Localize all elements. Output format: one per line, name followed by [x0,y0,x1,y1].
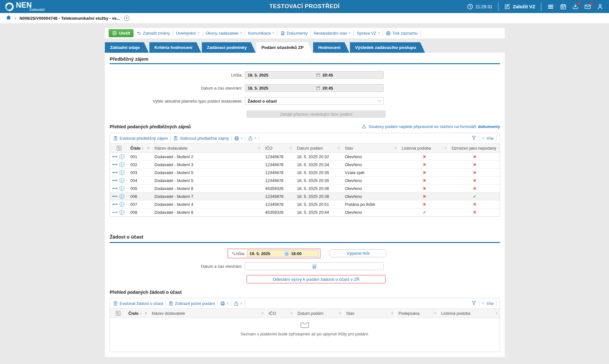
row-menu-icon[interactable] [113,164,117,165]
export-list-button[interactable]: ▽ [234,301,242,306]
download-preliminary-button[interactable]: Stáhnout předběžné zájmy [173,136,229,141]
info-icon[interactable]: i [120,194,124,199]
info-icon[interactable]: i [120,162,124,167]
messages-icon[interactable] [584,3,591,10]
row-menu-icon[interactable] [113,204,117,205]
filter-caret-icon[interactable]: ▽ [337,147,340,150]
contracting-tasks-menu[interactable]: Úkony zadavatele▽ [206,31,242,36]
table-row[interactable]: i 004 Dodavatel - školení 5 12345678 18.… [110,177,500,185]
show-submission-count-button[interactable]: Zobrazit počet podání [168,301,215,306]
column-header-dodavatel[interactable]: Název dodavatele ▽ [149,309,266,318]
register-preliminary-button[interactable]: Evidovat předběžný zájem [113,136,168,141]
menu-icon[interactable] [547,3,554,10]
filter-caret-icon[interactable]: ▽ [390,312,393,315]
info-icon[interactable]: i [120,202,124,207]
table-row[interactable]: i 003 Dodavatel - školení 5 12345678 18.… [110,169,500,177]
tab[interactable]: Hodnocení [313,42,349,53]
table-row[interactable]: i 008 Dodavatel - školení 6 45359326 18.… [110,208,500,216]
info-icon[interactable]: i [120,170,124,175]
breadcrumb-title[interactable]: N006/25/V00004748 - Telekomunikační služ… [19,16,120,21]
show-all-filter[interactable]: Vše [487,301,494,306]
column-header-stav[interactable]: Stav ▽ [342,144,399,152]
info-icon[interactable]: i [120,154,124,159]
tab[interactable]: Základní údaje [105,42,149,53]
close-tab-icon[interactable]: ✕ [124,16,129,21]
column-settings-header[interactable] [110,144,128,152]
info-icon[interactable]: i [120,210,124,215]
show-all-filter[interactable]: Vše [487,136,494,141]
column-header-podepsana[interactable]: Podepsána ▽ [396,309,439,318]
register-participation-button[interactable]: Evidovat žádost o účast [113,301,163,306]
info-icon[interactable]: i [120,178,124,183]
print-record-button[interactable]: Tisk záznamu [386,31,418,36]
submission-files-link[interactable]: Soubory podání najdete připravené ke sta… [361,124,500,129]
column-header-listinna[interactable]: Listinná podoba ▽ [439,309,500,318]
column-header-dodavatel[interactable]: Název dodavatele ▽ [152,144,263,152]
nen-logo[interactable]: NEN Zadavatel [5,2,44,11]
filter-caret-icon[interactable]: ▽ [257,147,260,150]
user-icon[interactable] [597,3,603,10]
row-menu-icon[interactable] [113,180,117,181]
print-list-button[interactable]: ▽ [220,301,229,306]
nonstandard-state-menu[interactable]: Nestandardní stav▽ [314,31,351,36]
row-menu-icon[interactable] [113,212,117,213]
discard-changes-button[interactable]: Zahodit změny [136,31,170,36]
export-list-button[interactable]: ▽ [248,136,256,141]
filter-caret-icon[interactable]: ▽ [443,147,447,150]
print-list-button[interactable]: ▽ [234,136,243,141]
filter-icon[interactable] [471,135,476,141]
column-header-cislo[interactable]: Číslo ↑ ▽ [128,144,152,152]
column-header-cislo[interactable]: Číslo ↑ ▽ [126,309,149,318]
column-header-stav[interactable]: Stav ▽ [344,309,396,318]
column-header-ico[interactable]: IČO ▽ [263,144,294,152]
table-row[interactable]: i 006 Dodavatel - školení 7 12345678 18.… [110,192,500,200]
submission-type-select[interactable]: Žádost o účast [245,97,384,105]
filter-caret-icon[interactable]: ▽ [393,147,397,150]
filter-caret-icon[interactable]: ▽ [495,312,498,315]
table-row[interactable]: i 007 Dodavatel - školení 4 12345678 18.… [110,200,500,208]
row-menu-icon[interactable] [113,156,117,157]
calc-deadlines-button[interactable]: Výpočet lhůt [329,249,387,257]
tab[interactable]: Podání účastníků ZP [256,42,312,53]
filter-icon[interactable] [471,300,476,307]
column-header-datum[interactable]: Datum podání ▽ [294,144,342,152]
row-menu-icon[interactable] [113,188,117,189]
filter-caret-icon[interactable]: ▽ [260,312,263,315]
communication-menu[interactable]: Komunikace▽ [248,31,274,36]
filter-caret-icon[interactable]: ▽ [433,312,436,315]
participation-opening-input[interactable] [245,262,384,270]
row-menu-icon[interactable] [113,172,117,173]
create-vz-button[interactable]: Založit VZ [504,3,535,10]
downloads-icon[interactable] [572,3,578,10]
save-button[interactable]: Uložit [109,29,133,37]
filter-caret-icon[interactable]: ▽ [144,312,147,315]
chevron-down-icon[interactable]: ▽ [482,137,484,140]
filter-caret-icon[interactable]: ▽ [289,147,292,150]
documents-button[interactable]: Dokumenty [280,31,308,36]
calendar-icon[interactable] [312,264,317,268]
publish-menu[interactable]: Uveřejnění▽ [176,31,200,36]
column-header-ico[interactable]: IČO ▽ [266,309,295,318]
tab[interactable]: Kritéria hodnocení [149,42,201,53]
home-icon[interactable] [6,15,11,22]
participation-deadline-input[interactable]: 19. 5. 2025 18:00 [247,250,318,257]
table-row[interactable]: i 005 Dodavatel - školení 6 45359326 18.… [110,185,500,192]
send-invitation-button[interactable]: Odeslání výzvy k podání žádosti o účast … [247,275,386,283]
column-header-datum[interactable]: Datum podání ▽ [295,309,344,318]
column-header-nepodany[interactable]: Označen jako nepodaný [449,144,500,152]
chevron-down-icon[interactable]: ▽ [482,302,484,305]
row-menu-icon[interactable] [113,196,117,197]
info-icon[interactable]: i [120,186,124,191]
calendar-icon[interactable] [560,3,566,10]
tab[interactable]: Zadávací podmínky [202,42,256,53]
filter-caret-icon[interactable]: ▽ [146,147,149,150]
table-row[interactable]: i 001 Dodavatel - školení 2 12345678 18.… [110,153,500,161]
column-settings-header[interactable] [110,309,126,318]
vz-admin-menu[interactable]: Správa VZ▽ [357,31,380,36]
column-header-listinna[interactable]: Listinná podoba ▽ [399,144,449,152]
table-row[interactable]: i 002 Dodavatel - školení 3 12345678 18.… [110,161,500,169]
calendar-icon[interactable] [284,251,289,256]
filter-caret-icon[interactable]: ▽ [289,312,292,315]
tab[interactable]: Výsledek zadávacího postupu [350,42,425,53]
filter-caret-icon[interactable]: ▽ [338,312,341,315]
